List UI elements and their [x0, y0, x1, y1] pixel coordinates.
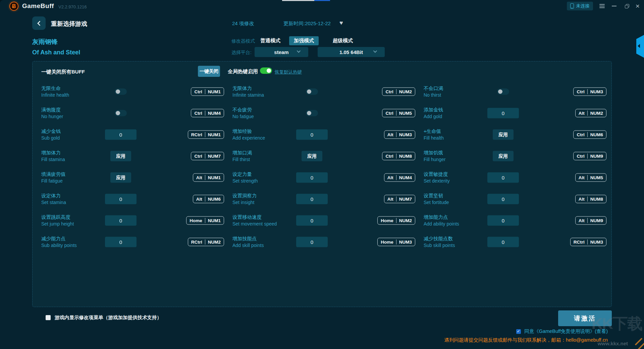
favorite-heart-icon[interactable]: ♥: [339, 19, 343, 27]
hotkey-separator: [396, 218, 396, 223]
hotkey-badge[interactable]: Ctrl NUM8: [382, 152, 415, 160]
chevron-down-icon: [297, 49, 301, 53]
chevron-down-icon: [373, 49, 377, 53]
cheat-apply-button[interactable]: 应用: [493, 130, 514, 140]
tab-mode-normal[interactable]: 普通模式: [256, 36, 285, 45]
tab-mode-enhanced[interactable]: 加强模式: [289, 36, 319, 45]
restore-default-hotkeys-link[interactable]: 恢复默认热键: [275, 69, 302, 75]
ingame-menu-row: 游戏内显示修改项菜单（游戏加加提供技术支持）: [46, 314, 162, 321]
cheat-value-input[interactable]: [296, 215, 328, 226]
cheat-control-slot: 应用: [296, 151, 328, 161]
hotkey-badge[interactable]: Ctrl NUM4: [191, 109, 224, 117]
hotkey-badge[interactable]: Ctrl NUM1: [191, 88, 224, 96]
cheat-value-input[interactable]: [296, 172, 328, 183]
hotkey-badge[interactable]: Alt NUM4: [384, 173, 415, 182]
hotkey-mod: Ctrl: [577, 132, 584, 137]
cheat-apply-button[interactable]: 应用: [302, 151, 322, 161]
cheat-names: 设置坚韧 Set fortitude: [424, 193, 449, 205]
platform-dropdown[interactable]: steam: [255, 47, 308, 57]
cheat-value-input[interactable]: [105, 130, 137, 140]
agree-checkbox[interactable]: [516, 329, 521, 334]
hotkey-badge[interactable]: Alt NUM9: [575, 216, 606, 225]
cheat-name-en: Add ability points: [424, 220, 459, 227]
cheat-value-input[interactable]: [487, 194, 519, 204]
cheat-apply-button[interactable]: 应用: [110, 151, 131, 161]
hotkey-separator: [396, 111, 396, 116]
connection-status-label: 未连接: [576, 3, 590, 9]
hotkey-key: NUM1: [208, 218, 221, 223]
platform-selector-label: 选择平台:: [231, 50, 252, 56]
cheat-value-input[interactable]: [487, 237, 519, 247]
hotkey-badge[interactable]: Home NUM3: [377, 238, 415, 246]
cheat-name-en: Fill stamina: [41, 156, 65, 162]
connection-status-button[interactable]: 未连接: [567, 2, 593, 10]
menu-button[interactable]: [598, 2, 606, 10]
cheat-control-slot: [296, 172, 328, 183]
hotkey-key: NUM8: [590, 197, 603, 202]
hotkey-key: NUM1: [208, 89, 221, 94]
hotkey-badge[interactable]: Home NUM2: [377, 216, 415, 225]
back-button[interactable]: [32, 16, 46, 30]
cheat-toggle[interactable]: [115, 110, 127, 116]
activate-button[interactable]: 请激活: [558, 310, 612, 326]
cheat-apply-button[interactable]: 应用: [493, 151, 514, 161]
cheat-names: 无限生命 Infinite health: [41, 85, 69, 98]
close-all-buff-label: 一键关闭所有BUFF: [41, 69, 85, 75]
cheat-names: 增加体力 Fill stamina: [41, 150, 65, 162]
tab-mode-super[interactable]: 超级模式: [328, 36, 358, 45]
cheat-toggle[interactable]: [115, 89, 127, 95]
hotkey-badge[interactable]: Ctrl NUM6: [573, 131, 606, 139]
cheat-value-input[interactable]: [296, 194, 328, 204]
hotkey-key: NUM7: [399, 197, 412, 202]
hotkey-badge[interactable]: Ctrl NUM3: [573, 88, 606, 96]
cheat-names: 填满疲劳值 Fill fatigue: [41, 171, 66, 184]
hotkey-badge[interactable]: Ctrl NUM7: [191, 152, 224, 160]
hotkey-badge[interactable]: Ctrl NUM5: [382, 109, 415, 117]
hotkey-separator: [587, 175, 588, 180]
cheat-toggle[interactable]: [497, 89, 509, 95]
hotkey-badge[interactable]: Ctrl NUM9: [573, 152, 606, 160]
cheat-toggle[interactable]: [306, 89, 318, 95]
maximize-button[interactable]: [623, 2, 631, 10]
cheat-value-input[interactable]: [487, 215, 519, 226]
minimize-button[interactable]: [610, 2, 619, 10]
cheat-value-input[interactable]: [105, 215, 137, 226]
cheat-item: 增加技能点 Add skill points Home NUM3: [232, 231, 415, 253]
hotkey-badge[interactable]: Alt NUM5: [575, 173, 606, 182]
cheat-value-input[interactable]: [487, 108, 519, 118]
cheat-value-input[interactable]: [296, 130, 328, 140]
hotkey-badge[interactable]: Alt NUM3: [384, 131, 415, 139]
side-panel-handle[interactable]: [636, 35, 644, 58]
ingame-menu-checkbox[interactable]: [46, 315, 51, 320]
global-hotkey-toggle[interactable]: [260, 67, 272, 74]
hotkey-mod: Home: [381, 240, 393, 245]
cheat-control-slot: [296, 237, 328, 247]
cheat-control-slot: 应用: [105, 151, 137, 161]
hotkey-key: NUM3: [399, 240, 412, 245]
cheat-toggle[interactable]: [306, 110, 318, 116]
cheat-item: 减少能力点 Sub ability points RCtrl NUM2: [41, 231, 224, 253]
hotkey-badge[interactable]: Ctrl NUM2: [382, 88, 415, 96]
hotkey-key: NUM5: [590, 175, 603, 180]
cheat-apply-button[interactable]: 应用: [110, 172, 131, 183]
game-title-en: Of Ash and Steel: [32, 49, 80, 56]
hotkey-badge[interactable]: RCtrl NUM2: [188, 238, 224, 246]
hotkey-badge[interactable]: Home NUM1: [186, 216, 224, 225]
hotkey-mod: Alt: [387, 197, 393, 202]
close-button[interactable]: ×: [633, 2, 642, 10]
hotkey-badge[interactable]: RCtrl NUM1: [188, 131, 224, 139]
game-version-dropdown[interactable]: 1.05 64Bit: [318, 47, 385, 57]
reselect-game-label[interactable]: 重新选择游戏: [51, 20, 87, 28]
hotkey-badge[interactable]: Alt NUM1: [193, 173, 224, 182]
hotkey-badge[interactable]: Alt NUM8: [575, 195, 606, 203]
cheat-value-input[interactable]: [487, 172, 519, 183]
hotkey-badge[interactable]: Alt NUM2: [575, 109, 606, 117]
cheat-value-input[interactable]: [105, 194, 137, 204]
close-all-button[interactable]: 一键关闭: [198, 66, 220, 77]
cheat-value-input[interactable]: [105, 237, 137, 247]
cheat-value-input[interactable]: [296, 237, 328, 247]
hotkey-badge[interactable]: Alt NUM6: [193, 195, 224, 203]
hotkey-badge[interactable]: Alt NUM7: [384, 195, 415, 203]
hotkey-badge[interactable]: RCtrl NUM3: [570, 238, 606, 246]
agreement-text[interactable]: 同意《GameBuff免责使用说明》(查看): [524, 328, 608, 335]
